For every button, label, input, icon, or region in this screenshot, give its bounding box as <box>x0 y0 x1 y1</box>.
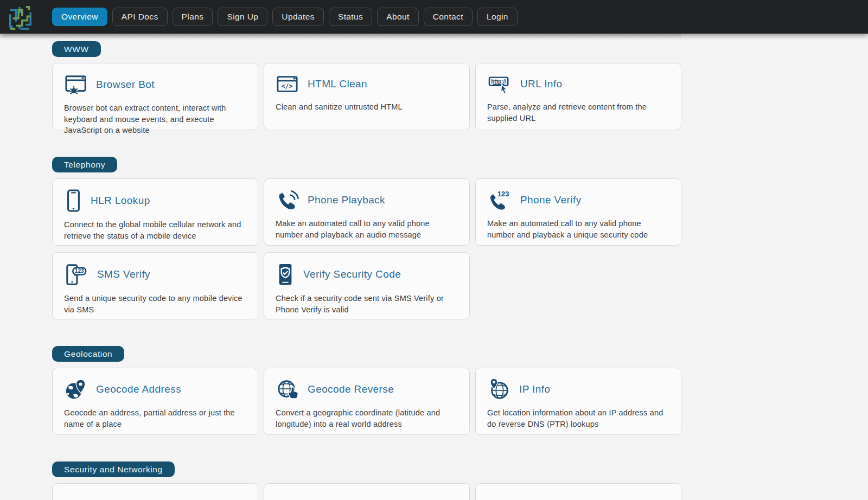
nav-item-api-docs[interactable]: API Docs <box>112 8 168 27</box>
card-header: 123 Phone Verify <box>487 189 669 211</box>
card-title: IP Info <box>519 383 550 395</box>
api-section-telephony: Telephony HLR Lookup Connect to the glob… <box>52 157 681 319</box>
nav-item-status[interactable]: Status <box>329 8 372 27</box>
nav-item-overview[interactable]: Overview <box>52 8 107 27</box>
card-grid: Browser Bot Browser bot can extract cont… <box>52 63 681 130</box>
card-header: Phone Playback <box>276 189 458 211</box>
card-description: Convert a geographic coordinate (latitud… <box>276 407 458 430</box>
card-title: Verify Security Code <box>303 268 401 280</box>
page-content: WWW Browser Bot Browser bot can extract … <box>0 34 681 500</box>
card-title: HLR Lookup <box>91 195 150 207</box>
top-nav: OverviewAPI DocsPlansSign UpUpdatesStatu… <box>0 0 868 34</box>
card-description: Send a unique security code to any mobil… <box>64 293 246 315</box>
api-card-hlr-lookup[interactable]: HLR Lookup Connect to the global mobile … <box>52 178 258 246</box>
card-title: Phone Verify <box>520 194 582 206</box>
card-header: http:// URL Info <box>487 73 669 95</box>
card-header: IP Info <box>487 378 669 401</box>
nav-item-contact[interactable]: Contact <box>424 8 473 27</box>
ip-info-icon <box>487 378 511 401</box>
api-card-phone-playback[interactable]: Phone Playback Make an automated call to… <box>264 178 470 246</box>
card-header: Geocode Address <box>64 378 246 401</box>
nav-item-updates[interactable]: Updates <box>272 8 324 27</box>
card-grid <box>52 483 681 500</box>
api-section-geolocation: Geolocation Geocode Address Geocode an a… <box>52 346 681 435</box>
verify-security-code-icon <box>276 262 295 286</box>
svg-text:123: 123 <box>497 190 509 198</box>
api-card-phone-verify[interactable]: 123 Phone Verify Make an automated call … <box>475 178 681 246</box>
api-card-sms-verify[interactable]: 123 SMS Verify Send a unique security co… <box>52 252 258 319</box>
api-card-partial[interactable] <box>52 483 258 500</box>
api-card-browser-bot[interactable]: Browser Bot Browser bot can extract cont… <box>52 63 258 130</box>
card-description: Make an automated call to any valid phon… <box>276 218 458 240</box>
hlr-lookup-icon <box>64 189 82 213</box>
phone-playback-icon <box>276 189 299 211</box>
card-header: Verify Security Code <box>276 262 458 286</box>
card-description: Connect to the global mobile cellular ne… <box>64 219 246 241</box>
card-title: Geocode Address <box>96 383 181 395</box>
api-section-security-and-networking: Security and Networking <box>52 461 681 500</box>
api-card-partial[interactable] <box>264 483 470 500</box>
api-card-html-clean[interactable]: </> HTML Clean Clean and sanitize untrus… <box>264 63 470 130</box>
api-card-geocode-address[interactable]: Geocode Address Geocode an address, part… <box>52 368 258 435</box>
geocode-reverse-icon <box>276 378 299 401</box>
card-header: HLR Lookup <box>64 189 246 213</box>
svg-text:http://: http:// <box>491 79 506 85</box>
card-description: Check if a security code sent via SMS Ve… <box>276 293 458 315</box>
card-description: Get location information about an IP add… <box>487 407 669 430</box>
section-badge-telephony: Telephony <box>52 157 117 172</box>
html-clean-icon: </> <box>276 73 299 95</box>
svg-text:</>: </> <box>282 82 293 90</box>
card-header: 123 SMS Verify <box>64 262 246 286</box>
section-badge-security-and-networking: Security and Networking <box>52 461 175 477</box>
card-description: Parse, analyze and retrieve content from… <box>487 101 669 124</box>
nav-item-plans[interactable]: Plans <box>173 8 213 27</box>
api-section-www: WWW Browser Bot Browser bot can extract … <box>52 41 681 130</box>
card-description: Browser bot can extract content, interac… <box>64 102 246 136</box>
nav-item-about[interactable]: About <box>377 8 419 27</box>
api-card-ip-info[interactable]: IP Info Get location information about a… <box>475 368 681 435</box>
neutrino-maze-logo[interactable] <box>5 4 34 32</box>
url-info-icon: http:// <box>487 73 512 95</box>
card-description: Geocode an address, partial address or j… <box>64 407 246 430</box>
card-description: Make an automated call to any valid phon… <box>487 218 669 240</box>
card-grid: HLR Lookup Connect to the global mobile … <box>52 178 681 319</box>
nav-item-login[interactable]: Login <box>477 8 518 27</box>
nav-item-sign-up[interactable]: Sign Up <box>218 8 267 27</box>
card-grid: Geocode Address Geocode an address, part… <box>52 368 681 435</box>
api-card-verify-security-code[interactable]: Verify Security Code Check if a security… <box>264 252 470 319</box>
card-header: </> HTML Clean <box>276 73 458 95</box>
svg-text:123: 123 <box>75 268 84 274</box>
section-badge-geolocation: Geolocation <box>52 346 124 362</box>
card-description: Clean and sanitize untrusted HTML <box>276 101 458 113</box>
card-title: HTML Clean <box>308 78 367 90</box>
card-title: SMS Verify <box>97 268 150 280</box>
card-title: Geocode Reverse <box>308 383 394 395</box>
card-title: Phone Playback <box>308 194 385 206</box>
api-card-url-info[interactable]: http:// URL Info Parse, analyze and retr… <box>475 63 681 130</box>
section-badge-www: WWW <box>52 41 101 57</box>
card-header: Browser Bot <box>64 73 246 96</box>
phone-verify-icon: 123 <box>487 189 512 211</box>
card-title: Browser Bot <box>96 79 155 91</box>
nav-items: OverviewAPI DocsPlansSign UpUpdatesStatu… <box>52 8 518 27</box>
maze-logo-icon <box>6 4 33 31</box>
geocode-address-icon <box>64 378 88 401</box>
card-title: URL Info <box>520 78 562 90</box>
api-card-partial[interactable] <box>475 483 681 500</box>
api-card-geocode-reverse[interactable]: Geocode Reverse Convert a geographic coo… <box>264 368 470 435</box>
sms-verify-icon: 123 <box>64 262 89 286</box>
card-header: Geocode Reverse <box>276 378 458 401</box>
browser-bot-icon <box>64 73 88 96</box>
